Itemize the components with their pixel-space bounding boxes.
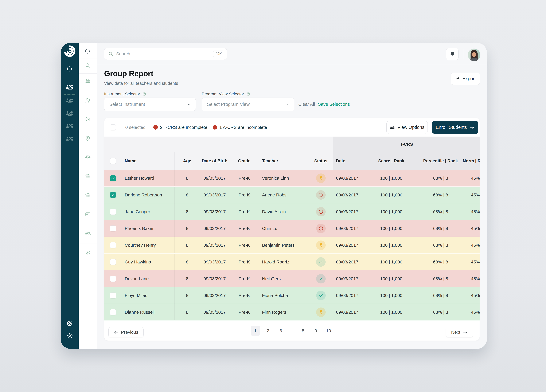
rail-item-people-group[interactable] [85,230,91,237]
cell-name: Darlene Robertson [122,187,175,203]
cell-dob: 09/03/2017 [200,270,229,287]
status-complete-badge [316,291,326,300]
cell-score: 100 | 1,000 [363,203,420,220]
row-checkbox[interactable] [110,175,116,181]
rail-separator [78,129,97,129]
cell-dob: 09/03/2017 [200,220,229,237]
header-select-all-checkbox[interactable] [110,158,116,164]
column-header-teacher[interactable]: Teacher [259,152,309,170]
cell-grade: Pre-K [229,237,259,253]
table-row[interactable]: Floyd Miles809/03/2017Pre-KFiona Polcha0… [104,287,480,304]
column-header-date-of-birth[interactable]: Date of Birth [200,152,229,170]
table-row[interactable]: Jane Cooper809/03/2017Pre-KDavid Attein0… [104,203,480,220]
search-input[interactable] [116,51,213,56]
table-toolbar: 0 selected 2 T-CRS are incomplete 1 A-CR… [104,118,480,136]
column-header-norm-rank[interactable]: Norm | Rank [461,152,480,170]
cell-age: 8 [175,170,200,186]
clear-all-link[interactable]: Clear All [298,102,315,107]
page-number-3[interactable]: 3 [276,326,286,336]
column-header-score-rank[interactable]: Score | Rank [363,152,420,170]
column-header-percentile-rank[interactable]: Percentile | Rank [420,152,461,170]
sidebar-item-group-5[interactable] [66,135,74,143]
export-button[interactable]: Export [451,73,480,85]
row-checkbox[interactable] [110,192,116,198]
avatar[interactable] [468,49,480,61]
rail-item-bank[interactable] [85,78,91,85]
rail-item-bank[interactable] [85,173,91,180]
row-checkbox[interactable] [110,276,116,282]
column-header-age[interactable]: Age [175,152,200,170]
cell-grade: Pre-K [229,187,259,203]
page-number-10[interactable]: 10 [324,326,333,336]
notifications-button[interactable] [446,48,459,60]
save-selections-link[interactable]: Save Selections [318,102,350,107]
tcrs-incomplete-link[interactable]: 2 T-CRS are incomplete [160,125,208,130]
rail-separator [78,205,97,205]
rail-item-asterisk[interactable] [85,250,91,256]
enroll-students-button[interactable]: Enroll Students [432,121,478,134]
users-group-icon [65,83,74,92]
table-row[interactable]: Darlene Robertson809/03/2017Pre-KArlene … [104,187,480,203]
column-header-status[interactable]: Status [309,152,333,170]
sidebar-item-group-2[interactable] [66,97,74,105]
column-header-name[interactable]: Name [122,152,175,170]
rail-item-search[interactable] [85,62,91,69]
acrs-incomplete-link[interactable]: 1 A-CRS are incomplete [219,125,267,130]
sidebar-item-settings[interactable] [66,332,73,339]
column-header-date[interactable]: Date [333,152,363,170]
card-icon [85,211,91,217]
status-alert-badge [316,190,326,200]
main-content: ⌘K [97,43,487,349]
cell-grade: Pre-K [229,254,259,270]
cell-age: 8 [175,287,200,304]
search-icon [108,51,113,57]
row-checkbox[interactable] [110,293,116,298]
rail-item-bank[interactable] [85,192,91,199]
select-all-checkbox[interactable] [110,124,116,130]
sidebar-item-logout[interactable] [66,66,73,72]
view-options-button[interactable]: View Options [386,121,428,134]
help-icon[interactable] [246,92,250,96]
row-checkbox[interactable] [110,225,116,231]
page-number-1[interactable]: 1 [251,326,260,336]
table-row[interactable]: Courtney Henry809/03/2017Pre-KBenjamin P… [104,237,480,254]
rail-item-location-pin[interactable] [85,135,91,142]
sidebar-item-help[interactable] [66,320,73,327]
table-row[interactable]: Guy Hawkins809/03/2017Pre-KHarold Rodriz… [104,254,480,270]
rail-item-scales[interactable] [85,154,91,161]
instrument-selector-dropdown[interactable]: Select Instrument [104,97,196,111]
page-number-2[interactable]: 2 [264,326,273,336]
page-number-9[interactable]: 9 [311,326,320,336]
row-checkbox[interactable] [110,309,116,315]
users-group-icon [66,122,74,130]
table-row[interactable]: Esther Howard809/03/2017Pre-KVeronica Li… [104,170,480,187]
rail-item-exit[interactable] [85,48,91,55]
sidebar-item-groups-active[interactable] [65,83,74,92]
row-checkbox[interactable] [110,209,116,215]
instrument-selector-value: Select Instrument [109,102,145,107]
rail-item-person-add[interactable] [85,97,91,104]
cell-date: 09/03/2017 [333,254,363,270]
hourglass-icon [318,309,324,315]
sidebar-item-group-3[interactable] [66,110,74,118]
next-page-button[interactable]: Next [446,327,473,337]
table-row[interactable]: Devon Lane809/03/2017Pre-KNeil Gertz09/0… [104,270,480,287]
column-header-grade[interactable]: Grade [229,152,259,170]
page-number-8[interactable]: 8 [299,326,308,336]
cell-norm: 45% [461,237,480,253]
row-checkbox[interactable] [110,259,116,265]
rail-item-card[interactable] [85,211,91,218]
rail-item-clock[interactable] [85,116,91,123]
previous-page-button[interactable]: Previous [108,327,143,337]
row-checkbox[interactable] [110,242,116,248]
topbar-divider [463,49,463,59]
cell-dob: 09/03/2017 [200,237,229,253]
search-box[interactable]: ⌘K [104,48,227,60]
cell-status [309,203,333,220]
table-row[interactable]: Phoenix Baker809/03/2017Pre-KChin Lu09/0… [104,220,480,237]
help-icon[interactable] [142,92,146,96]
bell-icon [449,51,455,57]
program-view-dropdown[interactable]: Select Program View [202,97,294,111]
sidebar-item-group-4[interactable] [66,122,74,130]
table-row[interactable]: Dianne Russell809/03/2017Pre-KFinn Roger… [104,304,480,321]
